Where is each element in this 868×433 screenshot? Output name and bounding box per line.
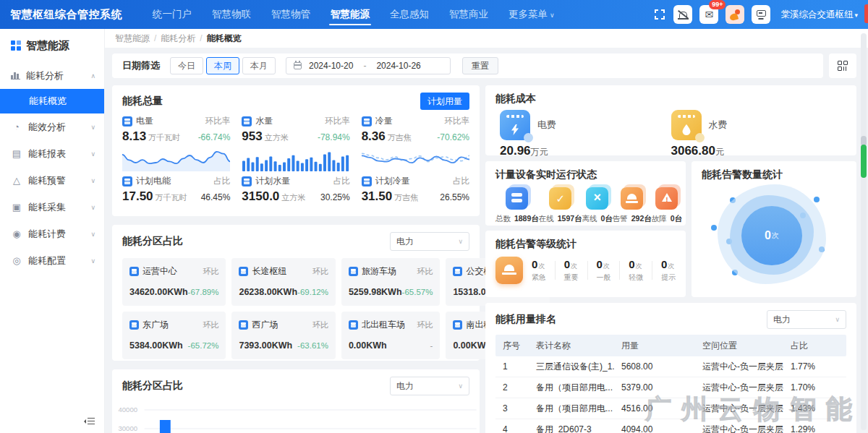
sidebar-item-6[interactable]: ◉能耗计费∨ <box>0 220 104 247</box>
metric-水量: 水量环比率953立方米-78.94% <box>242 115 349 171</box>
meter-icon <box>239 320 248 330</box>
chevron-down-icon: ∨ <box>90 177 95 184</box>
sidebar-item-label: 能耗计费 <box>28 228 66 241</box>
alarm-count-card: 能耗告警数量统计 0 次 <box>692 161 856 297</box>
chevron-down-icon: ∨ <box>90 231 95 238</box>
device-online-icon <box>549 187 571 210</box>
nav-item-4[interactable]: 智慧能源 <box>320 0 380 29</box>
card-title: 能耗总量 <box>122 95 163 108</box>
column-header: 序号 <box>495 340 529 352</box>
device-fault-icon <box>655 187 678 210</box>
mail-button[interactable]: ✉ 99+ <box>699 5 718 24</box>
meter-icon <box>129 320 139 330</box>
nav-item-7[interactable]: 更多菜单∨ <box>498 0 565 29</box>
quick-range-button[interactable]: 本周 <box>206 57 239 74</box>
quick-range-button[interactable]: 今日 <box>170 57 203 74</box>
zone-tile-西广场: 西广场环比7393.00KWh-63.61% <box>231 312 335 359</box>
ratio-label: 环比 <box>312 266 328 277</box>
alarm-level-label: 紧急 <box>532 273 546 283</box>
table-cell: 4094.00 <box>614 424 695 433</box>
chevron-down-icon: ∨ <box>90 204 95 211</box>
scrollbar-track[interactable] <box>861 33 867 430</box>
plan-value: 17.50 <box>122 189 153 203</box>
sidebar-item-label: 能效分析 <box>28 121 66 134</box>
filter-label: 日期筛选 <box>122 59 160 72</box>
alarm-level-unit: 次 <box>668 262 674 270</box>
sidebar-item-1[interactable]: 能耗分析∧ <box>0 62 104 89</box>
plan-name: 计划电能 <box>136 175 171 187</box>
table-cell: 备用_2D607-3 <box>529 424 614 433</box>
zone-name: 旅游车场 <box>362 265 396 278</box>
sidebar-item-2[interactable]: ◔能效分析∨ <box>0 113 104 140</box>
chevron-up-icon: ∧ <box>90 72 95 80</box>
nav-item-3[interactable]: 智慧物管 <box>261 0 320 29</box>
chevron-down-icon: ∨ <box>90 124 95 131</box>
card-title: 计量设备实时运行状态 <box>495 168 597 181</box>
nav-item-2[interactable]: 智慧物联 <box>202 0 261 29</box>
layout-switch-button[interactable] <box>829 53 856 78</box>
cost-unit: 元 <box>715 147 724 157</box>
fold-arrow-icon <box>82 419 86 424</box>
org-switcher[interactable]: 棠溪综合交通枢纽▾ <box>780 9 858 21</box>
plan-value: 31.50 <box>362 189 393 203</box>
fullscreen-icon[interactable] <box>655 9 665 20</box>
divider <box>619 261 620 280</box>
sidebar-subitem-能耗概览[interactable]: 能耗概览 <box>0 89 104 113</box>
nav-item-5[interactable]: 全息感知 <box>380 0 439 29</box>
workbench-button[interactable] <box>752 5 770 24</box>
scrollbar-thumb[interactable] <box>861 145 867 178</box>
alarm-level-value: 0次 <box>629 258 643 271</box>
sidebar-item-label: 能耗配置 <box>28 254 66 267</box>
zone-tile-北出租车场: 北出租车场环比0.00KWh- <box>341 312 441 359</box>
device-count: 292台 <box>631 214 652 223</box>
energy-type-select[interactable]: 电力∨ <box>390 377 469 395</box>
sidebar-item-4[interactable]: △能耗预警∨ <box>0 167 104 194</box>
alarm-level-label: 重要 <box>564 273 579 283</box>
meter-icon <box>453 267 462 276</box>
notification-mute-button[interactable] <box>673 5 692 24</box>
sidebar-header: 智慧能源 <box>0 29 104 62</box>
nav-item-1[interactable]: 统一门户 <box>142 0 202 29</box>
ratio-label: 环比率 <box>325 116 350 127</box>
zone-ratio: -65.72% <box>188 341 219 350</box>
metric-value: 8.13 <box>122 129 146 143</box>
metric-name: 电量 <box>136 115 153 127</box>
plan-计划水量: 计划水量占比3150.0立方米30.25% <box>242 175 349 204</box>
zone-ratio: -65.57% <box>402 288 433 296</box>
plan-usage-button[interactable]: 计划用量 <box>420 93 469 110</box>
app-title: 智慧枢纽综合管控系统 <box>10 8 122 22</box>
plan-list: 计划电能占比17.50万千瓦时46.45%计划水量占比3150.0立方米30.2… <box>112 171 480 204</box>
table-header-row: 序号表计名称用量空间位置占比 <box>495 335 846 356</box>
side-tag[interactable] <box>864 4 868 23</box>
table-cell: 2 <box>495 382 529 393</box>
avatar-button[interactable] <box>726 5 744 24</box>
svg-text:40000: 40000 <box>119 406 138 413</box>
sidebar-item-5[interactable]: ▣能耗采集∨ <box>0 194 104 220</box>
metric-name: 冷量 <box>375 115 393 127</box>
table-cell: 1.43% <box>783 403 846 413</box>
sidebar-item-7[interactable]: ◎能耗配置∨ <box>0 247 104 274</box>
monitor-icon <box>757 10 766 17</box>
ratio-label: 环比 <box>417 266 433 277</box>
reset-button[interactable]: 重置 <box>462 57 498 74</box>
mail-badge: 99+ <box>709 0 726 9</box>
main-nav: 统一门户智慧物联智慧物管智慧能源全息感知智慧商业更多菜单∨ <box>142 0 565 29</box>
bell-mute-icon <box>679 12 687 18</box>
mail-icon: ✉ <box>705 9 714 20</box>
cost-label: 电费 <box>537 119 556 132</box>
date-range-picker[interactable]: 2024-10-20 - 2024-10-26 <box>286 57 451 74</box>
metric-value: 8.36 <box>362 129 386 143</box>
metric-list: 电量环比率8.13万千瓦时-66.74%水量环比率953立方米-78.94%冷量… <box>112 110 480 171</box>
quick-range-button[interactable]: 本月 <box>242 57 276 74</box>
sidebar-item-3[interactable]: ▤能耗报表∨ <box>0 140 104 167</box>
sidebar-collapse-button[interactable] <box>82 418 95 424</box>
filter-row: 日期筛选 今日本周本月 2024-10-20 - 2024-10-26 重置 <box>112 53 856 78</box>
alarm-level-value: 0次 <box>597 258 611 271</box>
energy-type-select[interactable]: 电力∨ <box>390 232 469 251</box>
table-row: 3备用（项目部用电...4516.00运营中心-负一层夹层1.43% <box>495 398 846 419</box>
energy-type-select[interactable]: 电力∨ <box>767 310 846 329</box>
device-status-告警: 告警 292台 <box>613 187 652 224</box>
nav-item-6[interactable]: 智慧商业 <box>439 0 498 29</box>
zone-value: 34620.00KWh <box>129 287 188 297</box>
alarm-level-label: 轻微 <box>629 273 643 283</box>
